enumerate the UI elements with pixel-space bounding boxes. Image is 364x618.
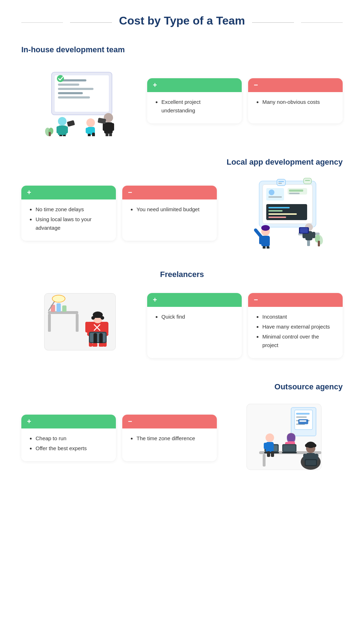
svg-rect-13 xyxy=(63,135,66,136)
illustration-inhouse-box xyxy=(41,65,119,136)
card-local-pros-header: + xyxy=(21,186,116,199)
svg-rect-11 xyxy=(64,126,68,133)
page-title-row: Cost by Type of a Team xyxy=(21,14,343,31)
svg-rect-91 xyxy=(92,343,97,347)
page-container: Cost by Type of a Team In-house developm… xyxy=(0,0,364,509)
svg-rect-88 xyxy=(90,333,106,342)
section-inhouse-title: In-house development team xyxy=(21,45,343,54)
section-local-agency: Local app development agency + No time z… xyxy=(21,158,343,249)
svg-rect-77 xyxy=(85,322,89,332)
svg-rect-86 xyxy=(87,324,93,327)
svg-rect-12 xyxy=(59,135,62,136)
section-freelancers-row: + Quick find − Inconstant Have many exte… xyxy=(21,290,343,361)
svg-point-8 xyxy=(58,117,66,126)
card-outsource-pros: + Cheap to run Offer the best experts xyxy=(21,415,116,461)
svg-point-110 xyxy=(266,433,274,442)
svg-rect-82 xyxy=(93,316,102,318)
svg-rect-90 xyxy=(99,333,103,344)
svg-rect-71 xyxy=(57,303,61,312)
freelancers-cons-item-2: Have many external projects xyxy=(262,323,336,331)
svg-rect-114 xyxy=(267,451,270,457)
svg-rect-37 xyxy=(289,193,300,194)
card-freelancers-pros-header: + xyxy=(147,293,242,307)
card-local-cons: − You need unlimited budget xyxy=(122,186,217,241)
outsource-pros-item-2: Offer the best experts xyxy=(36,444,109,453)
card-outsource-cons: − The time zone difference xyxy=(122,415,217,461)
svg-rect-29 xyxy=(49,132,51,136)
cards-freelancers-group: + Quick find − Inconstant Have many exte… xyxy=(147,293,343,358)
card-inhouse-pros-header: + xyxy=(147,78,242,92)
svg-rect-19 xyxy=(88,134,91,136)
svg-point-15 xyxy=(86,118,95,127)
svg-rect-55 xyxy=(312,232,315,238)
svg-rect-42 xyxy=(268,217,286,218)
svg-rect-5 xyxy=(58,92,83,94)
pros-item-1: Excellent project understanding xyxy=(161,98,235,115)
section-outsource: Outsource agency + Cheap to run Offer th… xyxy=(21,382,343,473)
svg-rect-25 xyxy=(109,133,112,136)
svg-point-94 xyxy=(52,295,65,302)
svg-rect-23 xyxy=(111,123,114,131)
card-local-pros: + No time zone delays Using local laws t… xyxy=(21,186,116,241)
svg-rect-122 xyxy=(282,452,297,453)
svg-rect-18 xyxy=(92,133,95,136)
illustration-outsource-box xyxy=(245,402,323,473)
section-local-agency-row: + No time zone delays Using local laws t… xyxy=(21,177,343,249)
illustration-outsource xyxy=(225,402,343,473)
svg-rect-62 xyxy=(278,181,284,182)
card-inhouse-cons-header: − xyxy=(248,78,343,92)
freelancers-cons-item-3: Minimal control over the project xyxy=(262,332,336,350)
cards-local-group: + No time zone delays Using local laws t… xyxy=(21,186,217,241)
illustration-local-agency-box xyxy=(245,177,323,249)
svg-rect-4 xyxy=(58,88,93,90)
outsource-cons-item-1: The time zone difference xyxy=(136,434,210,443)
card-local-cons-header: − xyxy=(122,186,217,199)
svg-rect-32 xyxy=(266,188,284,201)
svg-rect-39 xyxy=(268,207,290,208)
section-inhouse: In-house development team xyxy=(21,45,343,136)
svg-rect-72 xyxy=(62,305,66,312)
card-outsource-pros-body: Cheap to run Offer the best experts xyxy=(21,428,116,461)
card-freelancers-cons-body: Inconstant Have many external projects M… xyxy=(248,307,343,358)
svg-rect-49 xyxy=(267,246,269,249)
svg-point-33 xyxy=(269,190,274,195)
illustration-inhouse xyxy=(21,65,139,136)
svg-rect-98 xyxy=(296,413,310,415)
svg-rect-121 xyxy=(283,445,295,451)
svg-rect-60 xyxy=(318,241,320,246)
svg-rect-128 xyxy=(305,444,316,446)
illustration-freelancers-box xyxy=(41,290,119,361)
card-inhouse-pros-body: Excellent project understanding xyxy=(147,92,242,123)
card-inhouse-cons-body: Many non-obvious costs xyxy=(248,92,343,115)
svg-rect-17 xyxy=(86,128,89,133)
svg-rect-36 xyxy=(289,190,303,192)
svg-rect-115 xyxy=(271,451,274,457)
svg-rect-103 xyxy=(299,420,306,422)
svg-rect-48 xyxy=(263,246,266,249)
illustration-local-agency xyxy=(225,177,343,249)
card-inhouse-cons: − Many non-obvious costs xyxy=(248,78,343,123)
svg-rect-40 xyxy=(268,210,283,212)
svg-rect-34 xyxy=(268,196,282,198)
page-title: Cost by Type of a Team xyxy=(119,14,245,27)
card-local-pros-body: No time zone delays Using local laws to … xyxy=(21,199,116,241)
svg-rect-68 xyxy=(48,314,51,332)
svg-rect-89 xyxy=(93,333,97,344)
svg-point-44 xyxy=(261,225,270,231)
svg-rect-113 xyxy=(270,443,273,449)
card-freelancers-pros: + Quick find xyxy=(147,293,242,358)
svg-rect-92 xyxy=(99,343,104,347)
card-freelancers-cons: − Inconstant Have many external projects… xyxy=(248,293,343,358)
svg-rect-112 xyxy=(264,443,267,449)
local-cons-item-1: You need unlimited budget xyxy=(136,205,210,214)
svg-rect-99 xyxy=(296,416,307,418)
svg-rect-41 xyxy=(268,213,297,215)
cons-item-1: Many non-obvious costs xyxy=(262,98,336,106)
svg-rect-14 xyxy=(67,120,75,127)
title-divider-left xyxy=(70,22,112,23)
card-outsource-pros-header: + xyxy=(21,415,116,428)
title-divider-right xyxy=(252,22,294,23)
card-outsource-cons-body: The time zone difference xyxy=(122,428,217,451)
freelancers-cons-item-1: Inconstant xyxy=(262,313,336,321)
section-outsource-row: + Cheap to run Offer the best experts − … xyxy=(21,402,343,473)
